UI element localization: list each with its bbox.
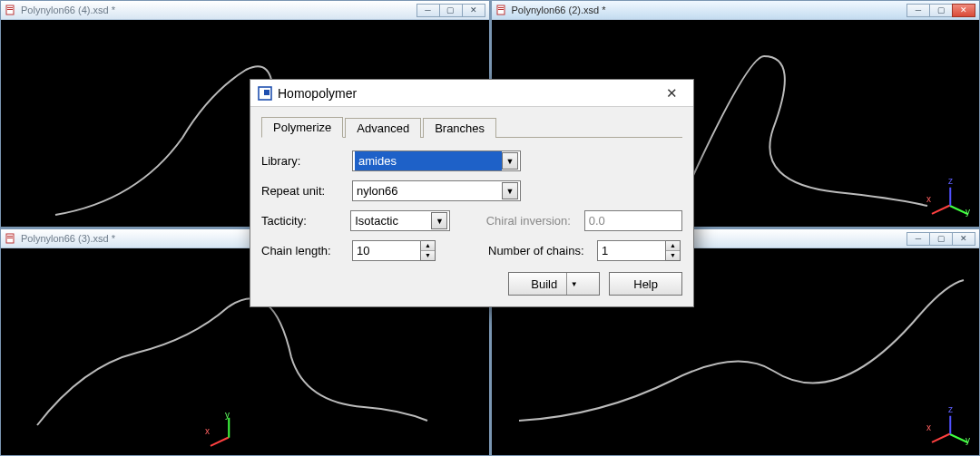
spin-down-icon[interactable]: ▼ [421, 251, 435, 261]
tacticity-value: Isotactic [355, 214, 429, 228]
close-button[interactable]: ✕ [952, 4, 975, 17]
tacticity-combo[interactable]: Isotactic ▼ [350, 210, 450, 231]
tacticity-label: Tacticity: [261, 214, 350, 228]
tab-branches[interactable]: Branches [423, 118, 496, 138]
dialog-titlebar[interactable]: Homopolymer ✕ [250, 80, 693, 107]
svg-rect-13 [264, 90, 270, 95]
chain-length-spinner[interactable]: 10 ▲▼ [352, 240, 436, 261]
tab-advanced[interactable]: Advanced [345, 118, 421, 138]
viewport-title: Polynylon66 (2).xsd * [512, 5, 908, 15]
minimize-button[interactable]: ─ [906, 4, 930, 17]
chain-length-value: 10 [352, 240, 421, 261]
chiral-inversion-field: 0.0 [584, 210, 682, 231]
viewport-titlebar: Polynylon66 (2).xsd * ─ ▢ ✕ [492, 1, 980, 20]
homopolymer-dialog: Homopolymer ✕ Polymerize Advanced Branch… [250, 79, 694, 307]
library-value: amides [355, 151, 502, 170]
spin-down-icon[interactable]: ▼ [666, 251, 680, 261]
chevron-down-icon[interactable]: ▼ [502, 152, 518, 170]
svg-rect-7 [7, 236, 13, 237]
app-icon [258, 86, 272, 101]
maximize-button[interactable]: ▢ [929, 232, 953, 246]
chevron-down-icon[interactable]: ▼ [502, 182, 518, 199]
viewport-titlebar: Polynylon66 (4).xsd * ─ ▢ ✕ [1, 1, 489, 20]
spin-up-icon[interactable]: ▲ [666, 241, 680, 251]
dialog-close-button[interactable]: ✕ [655, 83, 688, 103]
repeat-unit-value: nylon66 [357, 184, 500, 198]
library-combo[interactable]: amides ▼ [352, 150, 521, 171]
chevron-down-icon[interactable]: ▼ [431, 212, 447, 229]
close-button[interactable]: ✕ [952, 232, 975, 246]
document-icon [495, 4, 508, 16]
axis-gizmo: xy [205, 408, 247, 450]
maximize-button[interactable]: ▢ [439, 4, 463, 17]
close-button[interactable]: ✕ [462, 4, 485, 17]
chain-length-label: Chain length: [261, 244, 352, 257]
document-icon [5, 4, 17, 16]
svg-rect-8 [7, 238, 13, 238]
chiral-inversion-label: Chiral inversion: [486, 214, 584, 228]
number-of-chains-spinner[interactable]: 1 ▲▼ [597, 240, 681, 261]
repeat-unit-combo[interactable]: nylon66 ▼ [352, 180, 521, 201]
svg-rect-5 [498, 9, 504, 10]
tab-polymerize[interactable]: Polymerize [261, 117, 343, 138]
build-button[interactable]: Build ▼ [508, 272, 600, 296]
minimize-button[interactable]: ─ [416, 4, 440, 17]
svg-rect-1 [7, 7, 13, 8]
document-icon [5, 232, 17, 245]
maximize-button[interactable]: ▢ [929, 4, 953, 17]
svg-rect-4 [498, 7, 504, 8]
tabstrip: Polymerize Advanced Branches [261, 116, 682, 138]
help-button[interactable]: Help [609, 272, 682, 296]
dialog-title: Homopolymer [278, 86, 655, 101]
number-of-chains-value: 1 [597, 240, 666, 261]
library-label: Library: [261, 154, 352, 168]
spin-up-icon[interactable]: ▲ [421, 241, 435, 251]
repeat-unit-label: Repeat unit: [261, 184, 352, 198]
minimize-button[interactable]: ─ [906, 232, 930, 246]
chevron-down-icon[interactable]: ▼ [566, 273, 581, 295]
viewport-title: Polynylon66 (4).xsd * [21, 5, 417, 15]
axis-gizmo: xyz [926, 176, 968, 218]
axis-gizmo: xyz [926, 404, 968, 446]
svg-rect-2 [7, 9, 13, 10]
number-of-chains-label: Number of chains: [488, 244, 597, 257]
